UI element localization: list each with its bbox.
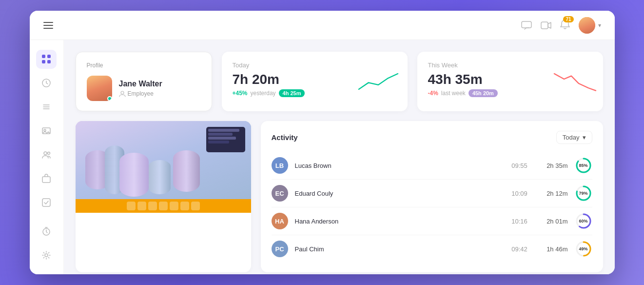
activity-avatar: HA	[272, 213, 288, 229]
activity-row: LB Lucas Brown 09:55 2h 35m 85%	[272, 152, 592, 180]
svg-point-9	[44, 152, 47, 155]
topbar-right: 71 ▾	[521, 17, 601, 34]
task-icon-5	[170, 202, 178, 210]
activity-duration: 2h 12m	[541, 190, 568, 197]
today-prev: yesterday	[251, 90, 276, 97]
sidebar-item-dashboard[interactable]	[36, 50, 57, 69]
task-icon-1	[127, 202, 136, 210]
activity-duration: 1h 46m	[541, 245, 568, 253]
svg-rect-12	[42, 199, 50, 206]
svg-point-14	[45, 254, 48, 257]
week-prev: last week	[441, 90, 466, 97]
week-badge: 45h 20m	[468, 89, 498, 97]
activity-row: PC Paul Chim 09:42 1h 46m 49%	[272, 235, 592, 263]
video-icon[interactable]	[541, 21, 551, 29]
main-layout: Profile Jane Walter	[30, 40, 615, 274]
sidebar-item-team[interactable]	[36, 145, 57, 164]
today-change: +45%	[233, 90, 248, 97]
profile-avatar	[87, 76, 112, 101]
activity-row: HA Hana Anderson 10:16 2h 01m 60%	[272, 207, 592, 235]
activity-avatar: EC	[272, 185, 288, 202]
week-change: -4%	[428, 90, 438, 97]
main-window: 71 ▾	[30, 11, 615, 274]
activity-card: Activity Today ▾ LB Lucas Brown 09:55 2h…	[261, 121, 603, 272]
today-badge: 4h 25m	[279, 89, 305, 97]
activity-time: 10:16	[505, 218, 534, 225]
online-indicator	[107, 96, 112, 101]
cylinder-5	[173, 150, 200, 192]
sidebar-item-list[interactable]	[36, 98, 57, 117]
progress-label: 49%	[579, 246, 587, 251]
topbar: 71 ▾	[30, 11, 615, 40]
svg-rect-3	[47, 55, 51, 58]
activity-row: EC Eduard Couly 10:09 2h 12m 79%	[272, 180, 592, 207]
taskbar	[76, 199, 251, 213]
sidebar	[30, 40, 64, 274]
top-cards: Profile Jane Walter	[76, 52, 603, 111]
today-chart	[354, 69, 403, 94]
profile-label: Profile	[87, 62, 201, 69]
activity-progress: 49%	[575, 240, 592, 258]
activity-progress: 79%	[575, 184, 592, 202]
activity-duration: 2h 35m	[541, 162, 568, 169]
sidebar-item-tasks[interactable]	[36, 193, 57, 212]
activity-time: 09:42	[505, 245, 534, 253]
cylinder-4	[149, 160, 171, 194]
activity-title: Activity	[272, 133, 298, 142]
svg-point-10	[48, 152, 50, 155]
cylinder-3	[119, 153, 149, 197]
notifications-button[interactable]: 71	[560, 19, 570, 32]
progress-label: 60%	[579, 219, 587, 224]
3d-scene	[76, 121, 251, 199]
svg-rect-4	[42, 60, 45, 63]
sidebar-item-settings[interactable]	[36, 245, 57, 265]
sidebar-item-history[interactable]	[36, 74, 57, 93]
filter-label: Today	[563, 134, 580, 141]
activity-duration: 2h 01m	[541, 218, 568, 225]
profile-details: Jane Walter Employee	[119, 80, 201, 97]
profile-info: Jane Walter Employee	[87, 76, 201, 101]
activity-name: Lucas Brown	[295, 162, 498, 169]
employee-icon	[119, 90, 126, 97]
task-icon-3	[148, 202, 157, 210]
screenshot-preview	[76, 121, 251, 199]
bottom-section: Activity Today ▾ LB Lucas Brown 09:55 2h…	[76, 121, 603, 272]
progress-label: 79%	[579, 191, 587, 196]
activity-filter-dropdown[interactable]: Today ▾	[556, 131, 592, 144]
activity-avatar: PC	[272, 241, 288, 257]
activity-time: 09:55	[505, 162, 534, 169]
progress-label: 85%	[579, 163, 587, 168]
avatar	[579, 17, 595, 34]
profile-card: Profile Jane Walter	[76, 52, 212, 111]
content-area: Profile Jane Walter	[64, 40, 615, 274]
chat-icon[interactable]	[521, 21, 532, 30]
svg-rect-0	[522, 21, 531, 28]
notification-badge: 71	[563, 16, 573, 22]
activity-progress: 60%	[575, 212, 592, 230]
week-label: This Week	[428, 61, 592, 69]
profile-role: Employee	[119, 90, 201, 97]
menu-button[interactable]	[43, 22, 53, 29]
today-card: Today 7h 20m +45% yesterday 4h 25m	[222, 52, 408, 111]
chevron-down-icon: ▾	[598, 22, 601, 29]
week-card: This Week 43h 35m -4% last week 45h 20m	[417, 52, 603, 111]
activity-progress: 85%	[575, 157, 592, 174]
svg-rect-11	[42, 177, 50, 183]
sidebar-item-timer[interactable]	[36, 222, 57, 241]
task-icon-6	[180, 202, 189, 210]
topbar-left	[43, 22, 53, 29]
task-icon-7	[191, 202, 200, 210]
sidebar-item-image[interactable]	[36, 122, 57, 141]
task-icon-2	[137, 202, 146, 210]
activity-list: LB Lucas Brown 09:55 2h 35m 85% EC Eduar…	[272, 152, 592, 263]
activity-name: Paul Chim	[295, 245, 498, 253]
task-icon-4	[159, 202, 168, 210]
role-label: Employee	[128, 90, 154, 97]
user-menu[interactable]: ▾	[579, 17, 601, 34]
profile-name: Jane Walter	[119, 80, 201, 88]
sidebar-item-work[interactable]	[36, 169, 57, 188]
activity-name: Hana Anderson	[295, 218, 498, 225]
svg-point-15	[121, 91, 124, 94]
filter-chevron-icon: ▾	[583, 134, 586, 141]
activity-name: Eduard Couly	[295, 190, 498, 197]
